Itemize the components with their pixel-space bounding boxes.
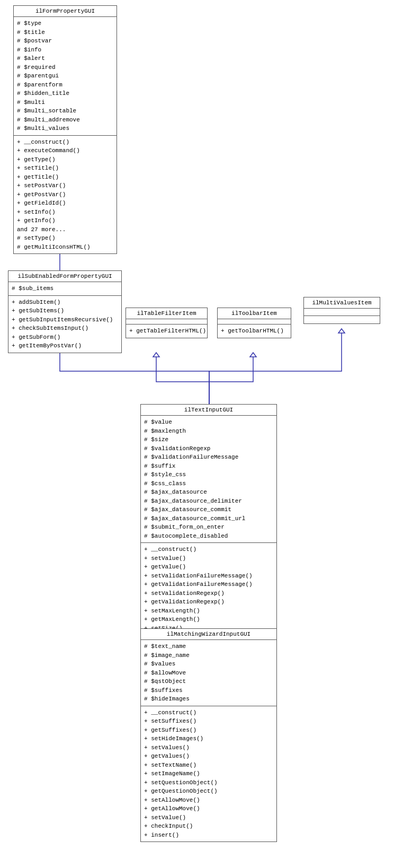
ilMatchingWizardInputGUI-title: ilMatchingWizardInputGUI [141, 629, 276, 640]
ilTextInputGUI-title: ilTextInputGUI [141, 405, 276, 416]
ilFormPropertyGUI-box: ilFormPropertyGUI # $type # $title # $po… [13, 5, 117, 254]
ilTableFilterItem-box: ilTableFilterItem + getTableFilterHTML() [126, 308, 208, 338]
ilToolbarItem-title: ilToolbarItem [218, 308, 291, 319]
ilFormPropertyGUI-fields: # $type # $title # $postvar # $info # $a… [14, 17, 117, 136]
ilMatchingWizardInputGUI-fields: # $text_name # $image_name # $values # $… [141, 640, 276, 706]
ilSubEnabledFormPropertyGUI-box: ilSubEnabledFormPropertyGUI # $sub_items… [8, 270, 122, 353]
ilToolbarItem-box: ilToolbarItem + getToolbarHTML() [217, 308, 291, 338]
svg-marker-3 [153, 353, 159, 357]
ilMultiValuesItem-fields [304, 309, 380, 316]
ilTextInputGUI-fields: # $value # $maxlength # $size # $validat… [141, 416, 276, 543]
ilFormPropertyGUI-methods: + __construct() + executeCommand() + get… [14, 136, 117, 254]
ilSubEnabledFormPropertyGUI-title: ilSubEnabledFormPropertyGUI [8, 271, 121, 282]
ilMatchingWizardInputGUI-box: ilMatchingWizardInputGUI # $text_name # … [140, 628, 277, 842]
ilMatchingWizardInputGUI-methods: + __construct() + setSuffixes() + getSuf… [141, 706, 276, 842]
svg-marker-4 [250, 353, 256, 357]
ilTableFilterItem-fields [126, 319, 207, 325]
svg-marker-5 [338, 329, 345, 333]
ilTableFilterItem-methods: + getTableFilterHTML() [126, 325, 207, 338]
ilMultiValuesItem-title: ilMultiValuesItem [304, 297, 380, 309]
ilToolbarItem-methods: + getToolbarHTML() [218, 325, 291, 338]
ilTextInputGUI-box: ilTextInputGUI # $value # $maxlength # $… [140, 404, 277, 644]
ilSubEnabledFormPropertyGUI-fields: # $sub_items [8, 282, 121, 296]
ilFormPropertyGUI-title: ilFormPropertyGUI [14, 6, 117, 17]
ilTableFilterItem-title: ilTableFilterItem [126, 308, 207, 319]
ilMultiValuesItem-box: ilMultiValuesItem [303, 297, 380, 324]
ilToolbarItem-fields [218, 319, 291, 325]
ilMultiValuesItem-methods [304, 316, 380, 323]
ilSubEnabledFormPropertyGUI-methods: + addSubItem() + getSubItems() + getSubI… [8, 296, 121, 353]
